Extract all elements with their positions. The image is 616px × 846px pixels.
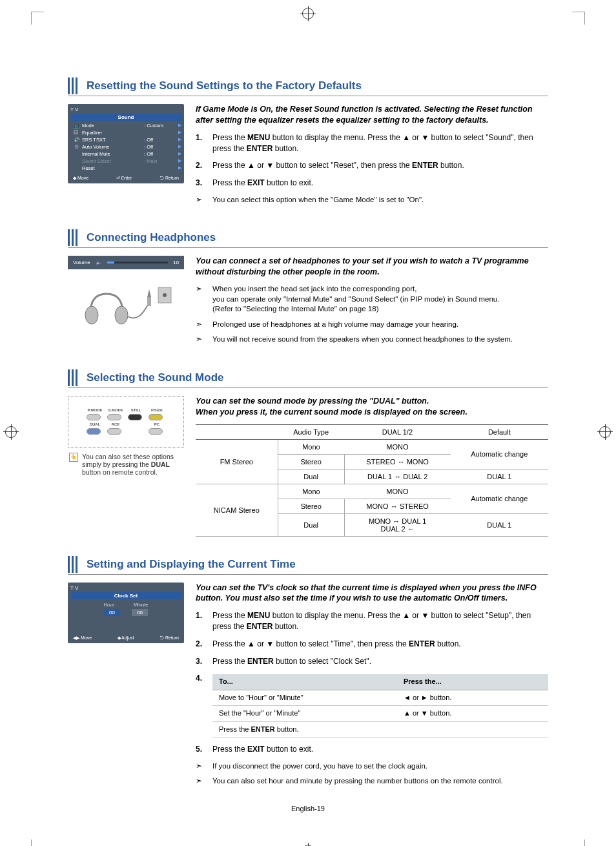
step-text: Press the ENTER button to select "Clock … bbox=[212, 656, 548, 667]
remote-button bbox=[107, 428, 121, 435]
table-cell: MONO bbox=[344, 439, 450, 454]
step-number: 5. bbox=[196, 744, 205, 755]
tip-box: 👆 You can also set these options simply … bbox=[68, 453, 184, 476]
note-text: You can select this option when the "Gam… bbox=[212, 195, 548, 205]
osd-row: Reset▶ bbox=[70, 165, 181, 172]
note-arrow-icon: ➣ bbox=[196, 776, 205, 787]
table-cell: Move to "Hour" or "Minute" bbox=[212, 690, 397, 705]
osd-row: Sound Select: Main▶ bbox=[70, 158, 181, 165]
osd-foot-return: ⮌ Return bbox=[159, 635, 179, 641]
table-cell: NICAM Stereo bbox=[196, 484, 278, 536]
osd-row: ⚙Auto Volume: Off▶ bbox=[70, 143, 181, 150]
step-text: Press the EXIT button to exit. bbox=[212, 744, 548, 755]
crop-mark bbox=[31, 840, 44, 846]
note-arrow-icon: ➣ bbox=[196, 335, 205, 345]
table-cell: Stereo bbox=[278, 499, 344, 513]
note-arrow-icon: ➣ bbox=[196, 761, 205, 772]
note-text: Prolonged use of headphones at a high vo… bbox=[212, 320, 548, 330]
table-cell: Dual bbox=[278, 469, 344, 484]
step-number: 1. bbox=[196, 610, 205, 632]
section-heading-reset: Resetting the Sound Settings to the Fact… bbox=[68, 77, 548, 96]
table-cell: MONO ↔ STEREO bbox=[344, 499, 450, 513]
osd-foot-move: ◆ Move bbox=[73, 176, 88, 181]
step-text: Press the EXIT button to exit. bbox=[212, 178, 548, 189]
table-cell: Automatic change bbox=[451, 439, 548, 469]
table-cell: Press the ENTER button. bbox=[212, 721, 548, 737]
step-number: 2. bbox=[196, 639, 205, 650]
table-header: To... bbox=[212, 674, 397, 690]
intro-text: You can set the TV's clock so that the c… bbox=[196, 583, 548, 604]
step-number: 2. bbox=[196, 160, 205, 171]
osd-value: 00 bbox=[132, 609, 148, 616]
osd-foot-return: ⮌ Return bbox=[159, 176, 179, 181]
step-text: To...Press the... Move to "Hour" or "Min… bbox=[212, 673, 548, 738]
heading-bars-icon bbox=[68, 77, 77, 94]
table-header: DUAL 1/2 bbox=[344, 424, 450, 439]
osd-row: 🖼Equalizer▶ bbox=[70, 129, 181, 136]
table-cell: Mono bbox=[278, 439, 344, 454]
page-number: English-19 bbox=[68, 805, 548, 812]
note-text: You can also set hour and minute by pres… bbox=[212, 776, 548, 787]
crop-mark bbox=[572, 840, 585, 846]
intro-text: You can connect a set of headphones to y… bbox=[196, 256, 548, 278]
table-cell: STEREO ↔ MONO bbox=[344, 454, 450, 469]
note-arrow-icon: ➣ bbox=[196, 195, 205, 205]
osd-row: 🔊SRS TSXT: Off▶ bbox=[70, 136, 181, 143]
table-header: Press the... bbox=[397, 674, 548, 690]
osd-foot-enter: ⏎ Enter bbox=[116, 176, 132, 181]
time-instruction-table: To...Press the... Move to "Hour" or "Min… bbox=[212, 674, 548, 738]
section-heading-soundmode: Selecting the Sound Mode bbox=[68, 369, 548, 388]
table-cell: MONO ↔ DUAL 1 DUAL 2 ← bbox=[344, 513, 450, 536]
registration-mark bbox=[599, 426, 611, 438]
table-header: Default bbox=[451, 424, 548, 439]
table-cell: ◄ or ► button. bbox=[397, 690, 548, 705]
section-heading-headphones: Connecting Headphones bbox=[68, 229, 548, 248]
step-number: 1. bbox=[196, 132, 205, 154]
step-text: Press the ▲ or ▼ button to select "Reset… bbox=[212, 160, 548, 171]
osd-volume-bar: Volume 🔈 10 bbox=[68, 256, 184, 269]
osd-foot-adjust: ◆ Adjust bbox=[118, 635, 134, 641]
table-cell: Automatic change bbox=[451, 484, 548, 513]
remote-button bbox=[128, 414, 142, 420]
svg-marker-3 bbox=[147, 289, 151, 297]
table-cell: MONO bbox=[344, 484, 450, 499]
svg-rect-2 bbox=[147, 297, 151, 306]
note-text: You will not receive sound from the spea… bbox=[212, 335, 548, 345]
note-arrow-icon: ➣ bbox=[196, 320, 205, 330]
table-header: Audio Type bbox=[278, 424, 344, 439]
note-text: If you disconnect the power cord, you ha… bbox=[212, 761, 548, 772]
remote-button bbox=[149, 428, 163, 435]
table-cell: DUAL 1 bbox=[451, 513, 548, 536]
step-text: Press the MENU button to display the men… bbox=[212, 132, 548, 154]
osd-row: Internal Mute: Off▶ bbox=[70, 150, 181, 158]
remote-buttons-illustration: P.MODE S.MODE STILL P.SIZE DUAL RCE PC bbox=[68, 396, 184, 448]
osd-sound-menu: T V Sound 📺Mode: Custom▶🖼Equalizer▶🔊SRS … bbox=[68, 104, 184, 183]
section-title: Selecting the Sound Mode bbox=[87, 371, 224, 384]
registration-mark bbox=[302, 8, 314, 19]
remote-button bbox=[149, 414, 163, 420]
section-heading-time: Setting and Displaying the Current Time bbox=[68, 556, 548, 575]
volume-track bbox=[107, 262, 168, 263]
crop-mark bbox=[31, 12, 44, 25]
svg-point-5 bbox=[163, 293, 167, 297]
intro-text: You can set the sound mode by pressing t… bbox=[196, 396, 548, 418]
intro-text: If Game Mode is On, the Reset Sound func… bbox=[196, 104, 548, 126]
table-cell: Mono bbox=[278, 484, 344, 499]
sound-mode-table: Audio Type DUAL 1/2 Default FM Stereo Mo… bbox=[196, 424, 548, 537]
step-text: Press the MENU button to display the men… bbox=[212, 610, 548, 632]
osd-row: 📺Mode: Custom▶ bbox=[70, 122, 181, 129]
crop-mark bbox=[572, 12, 585, 25]
step-text: Press the ▲ or ▼ button to select "Time"… bbox=[212, 639, 548, 650]
tip-icon: 👆 bbox=[69, 453, 78, 462]
remote-dual-button bbox=[87, 428, 101, 435]
osd-value: 00 bbox=[104, 609, 120, 616]
table-cell: Stereo bbox=[278, 454, 344, 469]
table-cell: DUAL 1 ↔ DUAL 2 bbox=[344, 469, 450, 484]
svg-point-0 bbox=[85, 306, 98, 324]
note-arrow-icon: ➣ bbox=[196, 284, 205, 315]
heading-bars-icon bbox=[68, 229, 77, 246]
step-number: 3. bbox=[196, 178, 205, 189]
remote-button bbox=[107, 414, 121, 420]
table-cell: Set the "Hour" or "Minute" bbox=[212, 706, 397, 721]
remote-button bbox=[87, 414, 101, 420]
